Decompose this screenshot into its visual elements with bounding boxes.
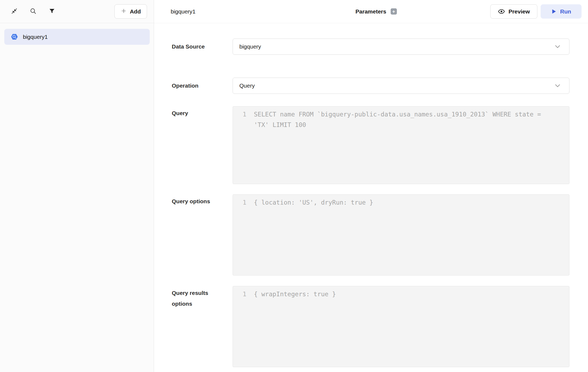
- data-source-label: Data Source: [172, 41, 233, 52]
- plus-icon: [121, 8, 127, 15]
- data-source-select[interactable]: bigquery: [233, 39, 569, 55]
- query-results-options-placeholder-text: { wrapIntegers: true }: [254, 289, 554, 364]
- preview-button[interactable]: Preview: [490, 4, 537, 19]
- query-item-label: bigquery1: [23, 34, 48, 40]
- sidebar: Add bigquery1: [0, 0, 154, 372]
- filter-button[interactable]: [48, 8, 56, 16]
- add-parameter-button[interactable]: +: [391, 8, 397, 15]
- sidebar-header: Add: [0, 0, 154, 23]
- page-title: bigquery1: [171, 8, 195, 15]
- eye-icon: [498, 8, 505, 15]
- app-root: Add bigquery1 bigquery1: [0, 0, 588, 372]
- operation-row: Operation Query: [172, 78, 569, 94]
- query-list: bigquery1: [0, 23, 154, 45]
- operation-value: Query: [239, 82, 255, 89]
- play-icon: [551, 9, 557, 14]
- query-form: Data Source bigquery Operation Query: [154, 23, 588, 372]
- collapse-panel-button[interactable]: [10, 8, 18, 16]
- parameters-label: Parameters: [355, 8, 386, 15]
- collapse-icon: [11, 8, 18, 15]
- operation-select[interactable]: Query: [233, 78, 569, 94]
- run-button[interactable]: Run: [541, 4, 582, 19]
- bigquery-icon: [11, 33, 18, 40]
- search-button[interactable]: [29, 8, 37, 16]
- query-options-placeholder-text: { location: 'US', dryRun: true }: [254, 197, 554, 273]
- query-row: Query 1 SELECT name FROM `bigquery-publi…: [172, 106, 569, 184]
- query-results-options-row: Query results options 1 { wrapIntegers: …: [172, 286, 569, 367]
- query-code-editor[interactable]: 1 SELECT name FROM `bigquery-public-data…: [233, 106, 569, 184]
- main-header: bigquery1 Parameters + Preview: [154, 0, 588, 23]
- chevron-down-icon: [554, 82, 562, 90]
- search-icon: [30, 8, 37, 15]
- line-number: 1: [233, 289, 254, 364]
- query-results-options-code-editor[interactable]: 1 { wrapIntegers: true }: [233, 286, 569, 367]
- data-source-row: Data Source bigquery: [172, 39, 569, 55]
- add-button-label: Add: [130, 8, 141, 15]
- operation-label: Operation: [172, 80, 233, 91]
- query-placeholder-text: SELECT name FROM `bigquery-public-data.u…: [254, 109, 554, 181]
- run-button-label: Run: [560, 8, 571, 15]
- filter-icon: [49, 8, 55, 15]
- line-number: 1: [233, 109, 254, 181]
- chevron-down-icon: [554, 43, 562, 51]
- add-query-button[interactable]: Add: [114, 4, 147, 19]
- query-options-label: Query options: [172, 194, 233, 275]
- query-results-options-label: Query results options: [172, 286, 233, 367]
- query-options-row: Query options 1 { location: 'US', dryRun…: [172, 194, 569, 275]
- main-panel: bigquery1 Parameters + Preview: [154, 0, 588, 372]
- query-list-item-bigquery1[interactable]: bigquery1: [4, 29, 150, 45]
- query-options-code-editor[interactable]: 1 { location: 'US', dryRun: true }: [233, 194, 569, 275]
- line-number: 1: [233, 197, 254, 273]
- query-label: Query: [172, 106, 233, 184]
- data-source-value: bigquery: [239, 43, 261, 50]
- preview-button-label: Preview: [509, 8, 530, 15]
- plus-icon: +: [392, 9, 395, 14]
